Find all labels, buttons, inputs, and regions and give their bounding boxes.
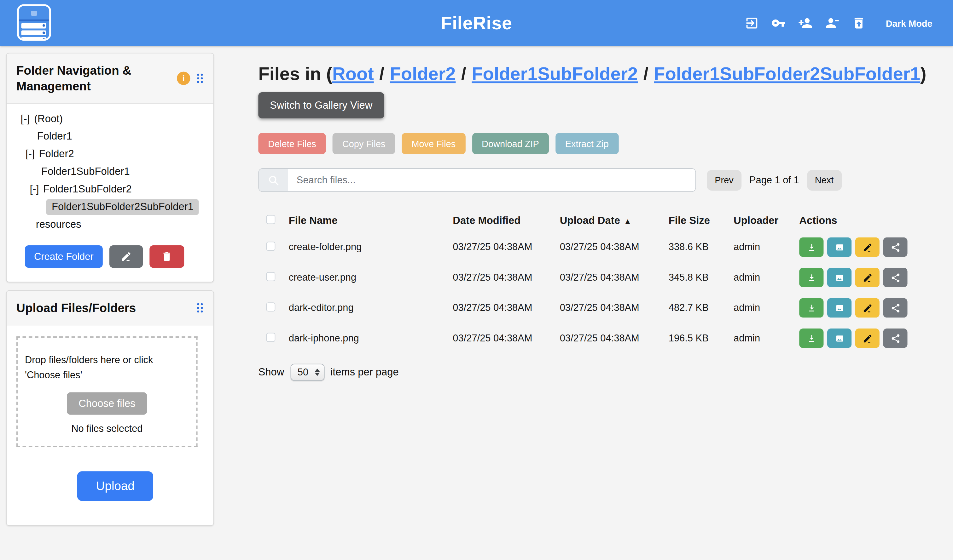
- rename-button[interactable]: [855, 298, 880, 318]
- rename-button[interactable]: [855, 268, 880, 287]
- cell-file-size: 482.7 KB: [669, 302, 734, 313]
- col-date-modified[interactable]: Date Modified: [453, 215, 560, 227]
- tree-item-root[interactable]: [-](Root): [7, 110, 213, 128]
- items-per-page-select[interactable]: 50: [290, 364, 324, 381]
- delete-folder-button[interactable]: [149, 245, 184, 268]
- image-icon: [834, 242, 844, 252]
- share-button[interactable]: [883, 237, 907, 257]
- select-all-checkbox[interactable]: [266, 215, 275, 224]
- file-dropzone[interactable]: Drop files/folders here or click 'Choose…: [16, 336, 198, 447]
- download-button[interactable]: [799, 268, 823, 287]
- choose-files-button[interactable]: Choose files: [67, 392, 147, 415]
- drag-handle-icon[interactable]: [196, 302, 204, 313]
- share-button[interactable]: [883, 268, 907, 287]
- row-actions: [799, 237, 933, 257]
- drag-handle-icon[interactable]: [196, 73, 204, 84]
- row-checkbox[interactable]: [266, 302, 275, 311]
- col-file-name[interactable]: File Name: [289, 215, 453, 227]
- col-uploader[interactable]: Uploader: [734, 215, 799, 227]
- folder-tree: [-](Root) Folder1 [-]Folder2 Folder1SubF…: [7, 104, 213, 234]
- row-checkbox[interactable]: [266, 241, 275, 251]
- folder-buttons: Create Folder: [7, 233, 213, 282]
- cell-file-name[interactable]: dark-editor.png: [289, 302, 453, 313]
- table-row: dark-iphone.png 03/27/25 04:38AM 03/27/2…: [258, 323, 933, 353]
- create-folder-button[interactable]: Create Folder: [25, 245, 102, 268]
- move-files-button[interactable]: Move Files: [402, 133, 466, 154]
- tree-item[interactable]: resources: [7, 215, 213, 233]
- image-icon: [834, 333, 844, 343]
- tree-item[interactable]: [-]Folder1SubFolder2: [7, 181, 213, 198]
- edit-icon: [862, 303, 872, 313]
- key-icon[interactable]: [771, 16, 786, 30]
- row-checkbox[interactable]: [266, 272, 275, 281]
- delete-files-button[interactable]: Delete Files: [258, 133, 326, 154]
- next-page-button[interactable]: Next: [807, 170, 842, 190]
- download-button[interactable]: [799, 328, 823, 348]
- header-actions: Dark Mode: [745, 0, 932, 46]
- select-spinner-icon: [315, 368, 319, 376]
- rename-button[interactable]: [855, 237, 880, 257]
- logout-icon[interactable]: [745, 16, 759, 30]
- trash-restore-icon[interactable]: [852, 16, 866, 30]
- share-button[interactable]: [883, 298, 907, 318]
- breadcrumb-link-subfolder2[interactable]: Folder1SubFolder2: [472, 63, 638, 84]
- tree-item-label[interactable]: Folder1SubFolder2SubFolder1: [47, 199, 199, 215]
- download-button[interactable]: [799, 237, 823, 257]
- items-per-page-label: items per page: [331, 366, 399, 379]
- collapse-toggle[interactable]: [-]: [29, 183, 39, 195]
- info-icon[interactable]: i: [177, 72, 190, 85]
- dropzone-instructions: Drop files/folders here or click 'Choose…: [24, 352, 190, 382]
- cell-uploader: admin: [734, 302, 799, 313]
- breadcrumb-link-subfolder2subfolder1[interactable]: Folder1SubFolder2SubFolder1: [654, 63, 920, 84]
- person-add-icon[interactable]: [798, 16, 813, 30]
- tree-item-label[interactable]: Folder1: [37, 130, 72, 143]
- tree-item-label[interactable]: (Root): [34, 113, 63, 125]
- download-zip-button[interactable]: Download ZIP: [472, 133, 548, 154]
- breadcrumb-separator: /: [643, 63, 649, 84]
- cell-file-name[interactable]: create-user.png: [289, 272, 453, 283]
- prev-page-button[interactable]: Prev: [707, 170, 742, 190]
- row-actions: [799, 298, 933, 318]
- row-checkbox[interactable]: [266, 333, 275, 342]
- share-button[interactable]: [883, 328, 907, 348]
- breadcrumb-link-root[interactable]: Root: [332, 63, 374, 84]
- download-button[interactable]: [799, 298, 823, 318]
- cell-date-modified: 03/27/25 04:38AM: [453, 302, 560, 313]
- person-remove-icon[interactable]: [825, 16, 840, 30]
- switch-gallery-view-button[interactable]: Switch to Gallery View: [258, 92, 384, 118]
- rename-button[interactable]: [855, 328, 880, 348]
- pencil-icon: [120, 251, 132, 262]
- tree-item[interactable]: Folder1: [7, 128, 213, 145]
- upload-button[interactable]: Upload: [77, 471, 154, 501]
- dark-mode-toggle[interactable]: Dark Mode: [886, 18, 933, 28]
- col-upload-date[interactable]: Upload Date▲: [560, 215, 669, 227]
- folder-navigation-panel: Folder Navigation & Management i [-](Roo…: [6, 53, 214, 283]
- col-file-size[interactable]: File Size: [669, 215, 734, 227]
- tree-item-label[interactable]: resources: [36, 218, 81, 230]
- tree-item-label[interactable]: Folder2: [39, 148, 74, 160]
- tree-item-label[interactable]: Folder1SubFolder2: [43, 183, 132, 195]
- preview-image-button[interactable]: [827, 237, 852, 257]
- preview-image-button[interactable]: [827, 298, 852, 318]
- preview-image-button[interactable]: [827, 268, 852, 287]
- cell-file-name[interactable]: create-folder.png: [289, 241, 453, 252]
- copy-files-button[interactable]: Copy Files: [332, 133, 395, 154]
- row-actions: [799, 268, 933, 287]
- breadcrumb-suffix: ): [920, 63, 926, 84]
- preview-image-button[interactable]: [827, 328, 852, 348]
- tree-item-selected[interactable]: Folder1SubFolder2SubFolder1: [7, 198, 213, 216]
- tree-item-label[interactable]: Folder1SubFolder1: [41, 166, 130, 178]
- cell-upload-date: 03/27/25 04:38AM: [560, 241, 669, 252]
- cell-file-name[interactable]: dark-iphone.png: [289, 333, 453, 344]
- tree-item[interactable]: [-]Folder2: [7, 145, 213, 163]
- collapse-toggle[interactable]: [-]: [21, 113, 30, 125]
- rename-folder-button[interactable]: [109, 245, 143, 268]
- extract-zip-button[interactable]: Extract Zip: [556, 133, 619, 154]
- breadcrumb-link-folder2[interactable]: Folder2: [390, 63, 456, 84]
- trash-icon: [161, 251, 173, 262]
- image-icon: [834, 303, 844, 313]
- tree-item[interactable]: Folder1SubFolder1: [7, 163, 213, 181]
- search-input[interactable]: [288, 169, 695, 191]
- collapse-toggle[interactable]: [-]: [26, 148, 35, 160]
- upload-panel-title: Upload Files/Folders: [16, 300, 196, 316]
